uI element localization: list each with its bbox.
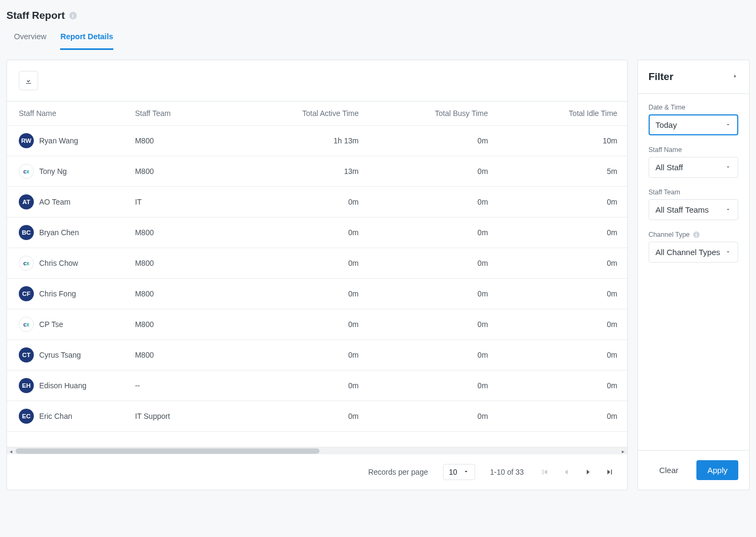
filter-title: Filter — [649, 71, 673, 83]
records-per-page-select[interactable]: 10 — [443, 464, 475, 480]
staff-team-select[interactable]: All Staff Teams — [649, 199, 738, 220]
pagination-range: 1-10 of 33 — [490, 468, 524, 476]
table-row[interactable]: ECEric ChanIT Support0m0m0m — [7, 401, 627, 432]
table-row[interactable]: CFChris FongM8000m0m0m — [7, 279, 627, 309]
avatar: cx — [19, 317, 34, 332]
scroll-left-icon[interactable]: ◂ — [7, 447, 14, 455]
col-total-idle[interactable]: Total Idle Time — [498, 101, 627, 126]
total-active-time: 0m — [239, 401, 368, 432]
staff-team-label: Staff Team — [649, 188, 738, 196]
table-row[interactable]: cxChris ChowM8000m0m0m — [7, 248, 627, 279]
table-toolbar — [7, 60, 627, 101]
total-idle-time: 0m — [498, 248, 627, 279]
staff-team: IT Support — [129, 401, 239, 432]
total-busy-time: 0m — [368, 217, 498, 248]
total-active-time: 0m — [239, 217, 368, 248]
avatar: BC — [19, 225, 34, 240]
total-idle-time: 0m — [498, 401, 627, 432]
date-time-label: Date & Time — [649, 104, 738, 111]
channel-type-select[interactable]: All Channel Types — [649, 242, 738, 263]
info-icon[interactable] — [693, 231, 700, 238]
table-row[interactable]: RWRyan WangM8001h 13m0m10m — [7, 126, 627, 156]
page-last-button[interactable] — [604, 466, 615, 478]
col-staff-team[interactable]: Staff Team — [129, 101, 239, 126]
avatar: cx — [19, 164, 34, 179]
total-active-time: 0m — [239, 248, 368, 279]
staff-name: Edison Huang — [39, 381, 86, 390]
tab-report-details[interactable]: Report Details — [60, 32, 113, 50]
total-idle-time: 0m — [498, 187, 627, 217]
channel-type-label: Channel Type — [649, 231, 690, 238]
staff-name-select[interactable]: All Staff — [649, 157, 738, 178]
staff-name: Chris Chow — [39, 259, 78, 267]
page-prev-button[interactable] — [561, 466, 572, 478]
total-idle-time: 10m — [498, 126, 627, 156]
report-table-card: Staff Name Staff Team Total Active Time … — [6, 60, 628, 490]
download-icon — [24, 76, 33, 85]
collapse-filter-button[interactable] — [732, 72, 738, 81]
page-next-button[interactable] — [582, 466, 594, 478]
apply-button[interactable]: Apply — [696, 460, 738, 480]
table-row[interactable]: cxCP TseM8000m0m0m — [7, 309, 627, 340]
staff-name: Chris Fong — [39, 289, 76, 298]
scrollbar-thumb[interactable] — [16, 448, 319, 454]
total-idle-time: 0m — [498, 279, 627, 309]
total-busy-time: 0m — [368, 187, 498, 217]
avatar: CT — [19, 347, 34, 362]
caret-down-icon — [463, 468, 469, 476]
download-button[interactable] — [19, 71, 38, 90]
total-busy-time: 0m — [368, 401, 498, 432]
staff-name: Bryan Chen — [39, 228, 79, 237]
info-icon[interactable] — [69, 12, 77, 19]
total-idle-time: 0m — [498, 371, 627, 401]
avatar: EH — [19, 378, 34, 393]
staff-name: AO Team — [39, 198, 70, 206]
table-row[interactable]: EHEdison Huang--0m0m0m — [7, 371, 627, 401]
total-busy-time: 0m — [368, 248, 498, 279]
total-active-time: 0m — [239, 371, 368, 401]
avatar: cx — [19, 256, 34, 271]
staff-name-value: All Staff — [656, 163, 683, 172]
table-row[interactable]: CTCyrus TsangM8000m0m0m — [7, 340, 627, 371]
date-time-value: Today — [656, 120, 677, 129]
table-row[interactable]: BCBryan ChenM8000m0m0m — [7, 217, 627, 248]
scroll-right-icon[interactable]: ▸ — [620, 447, 627, 455]
avatar: CF — [19, 286, 34, 301]
staff-name: Tony Ng — [39, 167, 67, 176]
avatar: RW — [19, 133, 34, 148]
table-row[interactable]: cxTony NgM80013m0m5m — [7, 156, 627, 187]
tab-overview[interactable]: Overview — [14, 32, 46, 50]
records-per-page-value: 10 — [449, 468, 457, 476]
filter-panel: Filter Date & Time Today Staff Name Al — [637, 60, 750, 490]
staff-team: M800 — [129, 279, 239, 309]
tabs: Overview Report Details — [6, 26, 750, 50]
staff-name: CP Tse — [39, 320, 63, 329]
total-busy-time: 0m — [368, 279, 498, 309]
col-staff-name[interactable]: Staff Name — [7, 101, 129, 126]
page-title: Staff Report — [6, 10, 65, 21]
col-total-busy[interactable]: Total Busy Time — [368, 101, 498, 126]
total-busy-time: 0m — [368, 309, 498, 340]
staff-team: M800 — [129, 309, 239, 340]
staff-team: -- — [129, 371, 239, 401]
total-active-time: 0m — [239, 187, 368, 217]
total-busy-time: 0m — [368, 156, 498, 187]
date-time-select[interactable]: Today — [649, 114, 738, 135]
channel-type-value: All Channel Types — [656, 248, 721, 257]
staff-team: M800 — [129, 156, 239, 187]
total-active-time: 13m — [239, 156, 368, 187]
avatar: AT — [19, 194, 34, 209]
clear-button[interactable]: Clear — [649, 460, 689, 480]
staff-team: M800 — [129, 217, 239, 248]
total-idle-time: 5m — [498, 156, 627, 187]
avatar: EC — [19, 409, 34, 424]
col-total-active[interactable]: Total Active Time — [239, 101, 368, 126]
staff-team: M800 — [129, 340, 239, 371]
table-row[interactable]: ATAO TeamIT0m0m0m — [7, 187, 627, 217]
total-idle-time: 0m — [498, 309, 627, 340]
page-first-button[interactable] — [539, 466, 551, 478]
horizontal-scrollbar[interactable]: ◂ ▸ — [7, 447, 627, 454]
total-active-time: 0m — [239, 279, 368, 309]
caret-down-icon — [725, 120, 731, 129]
staff-team-value: All Staff Teams — [656, 205, 709, 214]
